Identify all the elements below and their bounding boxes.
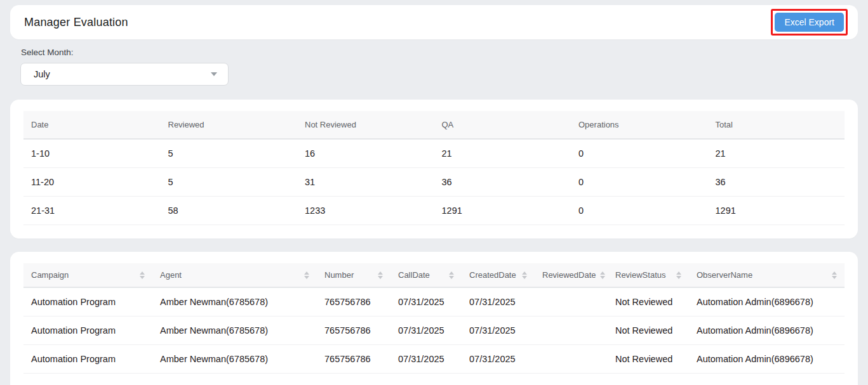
detail-cell-observername: Automation Admin(6896678): [689, 316, 845, 345]
detail-cell-agent: Amber Newman(6785678): [152, 316, 317, 345]
detail-cell-reviewstatus: Not Reviewed: [608, 316, 689, 345]
detail-cell-reviewstatus: Not Reviewed: [608, 345, 689, 374]
detail-table: Campaign Agent Number CallDate CreatedDa…: [23, 263, 845, 374]
sort-icon[interactable]: [374, 271, 383, 279]
month-select-dropdown[interactable]: July: [20, 63, 229, 86]
summary-cell: 36: [434, 168, 571, 197]
column-label: CallDate: [398, 270, 430, 280]
summary-cell: 21-31: [23, 197, 161, 225]
detail-cell-observername: Automation Admin(6896678): [689, 287, 845, 316]
column-label: ObserverName: [697, 270, 752, 280]
summary-table: Date Reviewed Not Reviewed QA Operations…: [23, 111, 845, 225]
detail-cell-createddate: 07/31/2025: [462, 345, 535, 374]
detail-cell-calldate: 07/31/2025: [391, 316, 462, 345]
detail-cell-number: 765756786: [317, 287, 391, 316]
detail-cell-number: 765756786: [317, 345, 391, 374]
detail-cell-agent: Amber Newman(6785678): [152, 345, 317, 374]
summary-row: 21-31 58 1233 1291 0 1291: [23, 197, 845, 225]
summary-cell: 1291: [434, 197, 571, 225]
page-title: Manager Evaluation: [24, 16, 128, 29]
excel-export-button[interactable]: Excel Export: [775, 13, 844, 32]
select-month-label: Select Month:: [21, 48, 868, 57]
detail-header-row: Campaign Agent Number CallDate CreatedDa…: [23, 263, 845, 287]
summary-col-total: Total: [708, 111, 845, 139]
summary-table-card: Date Reviewed Not Reviewed QA Operations…: [10, 100, 858, 238]
summary-cell: 5: [161, 168, 298, 197]
chevron-down-icon: [211, 72, 217, 76]
sort-icon[interactable]: [596, 271, 605, 279]
month-select-value: July: [34, 69, 50, 79]
summary-col-reviewed: Reviewed: [161, 111, 298, 139]
summary-col-date: Date: [23, 111, 161, 139]
detail-cell-campaign: Automation Program: [23, 345, 152, 374]
detail-cell-campaign: Automation Program: [23, 287, 152, 316]
detail-cell-reviewstatus: Not Reviewed: [608, 287, 689, 316]
summary-col-operations: Operations: [571, 111, 708, 139]
summary-col-not-reviewed: Not Reviewed: [297, 111, 434, 139]
detail-cell-revieweddate: [535, 316, 608, 345]
detail-col-createddate[interactable]: CreatedDate: [462, 263, 535, 287]
summary-cell: 16: [297, 139, 434, 168]
sort-icon[interactable]: [518, 271, 527, 279]
column-label: ReviewedDate: [542, 270, 596, 280]
detail-cell-revieweddate: [535, 345, 608, 374]
summary-cell: 21: [434, 139, 571, 168]
summary-cell: 36: [708, 168, 845, 197]
column-label: Campaign: [31, 270, 69, 280]
detail-cell-observername: Automation Admin(6896678): [689, 345, 845, 374]
detail-cell-createddate: 07/31/2025: [462, 287, 535, 316]
detail-cell-number: 765756786: [317, 316, 391, 345]
detail-row: Automation Program Amber Newman(6785678)…: [23, 316, 845, 345]
summary-col-qa: QA: [434, 111, 571, 139]
header-card: Manager Evaluation Excel Export: [10, 5, 858, 39]
detail-col-observername[interactable]: ObserverName: [689, 263, 845, 287]
detail-cell-createddate: 07/31/2025: [462, 316, 535, 345]
detail-cell-calldate: 07/31/2025: [391, 287, 462, 316]
annotation-highlight-box: Excel Export: [771, 9, 848, 36]
sort-icon[interactable]: [136, 271, 145, 279]
summary-cell: 5: [161, 139, 298, 168]
summary-cell: 0: [571, 168, 708, 197]
summary-cell: 1-10: [23, 139, 161, 168]
detail-row: Automation Program Amber Newman(6785678)…: [23, 345, 845, 374]
column-label: Agent: [160, 270, 182, 280]
detail-col-calldate[interactable]: CallDate: [391, 263, 462, 287]
column-label: CreatedDate: [469, 270, 516, 280]
sort-icon[interactable]: [445, 271, 454, 279]
detail-col-campaign[interactable]: Campaign: [23, 263, 152, 287]
column-label: ReviewStatus: [615, 270, 665, 280]
sort-icon[interactable]: [672, 271, 681, 279]
detail-col-number[interactable]: Number: [317, 263, 391, 287]
summary-cell: 58: [161, 197, 298, 225]
sort-icon[interactable]: [828, 271, 837, 279]
detail-col-agent[interactable]: Agent: [152, 263, 317, 287]
summary-cell: 1233: [297, 197, 434, 225]
detail-col-revieweddate[interactable]: ReviewedDate: [535, 263, 608, 287]
summary-row: 1-10 5 16 21 0 21: [23, 139, 845, 168]
detail-cell-campaign: Automation Program: [23, 316, 152, 345]
detail-cell-agent: Amber Newman(6785678): [152, 287, 317, 316]
summary-cell: 0: [571, 139, 708, 168]
summary-cell: 0: [571, 197, 708, 225]
column-label: Number: [324, 270, 354, 280]
summary-cell: 11-20: [23, 168, 161, 197]
summary-header-row: Date Reviewed Not Reviewed QA Operations…: [23, 111, 845, 139]
detail-table-card: Campaign Agent Number CallDate CreatedDa…: [10, 252, 858, 385]
summary-row: 11-20 5 31 36 0 36: [23, 168, 845, 197]
detail-row: Automation Program Amber Newman(6785678)…: [23, 287, 845, 316]
sort-icon[interactable]: [300, 271, 309, 279]
detail-cell-calldate: 07/31/2025: [391, 345, 462, 374]
summary-cell: 21: [708, 139, 845, 168]
detail-col-reviewstatus[interactable]: ReviewStatus: [608, 263, 689, 287]
detail-cell-revieweddate: [535, 287, 608, 316]
summary-cell: 31: [297, 168, 434, 197]
summary-cell: 1291: [708, 197, 845, 225]
